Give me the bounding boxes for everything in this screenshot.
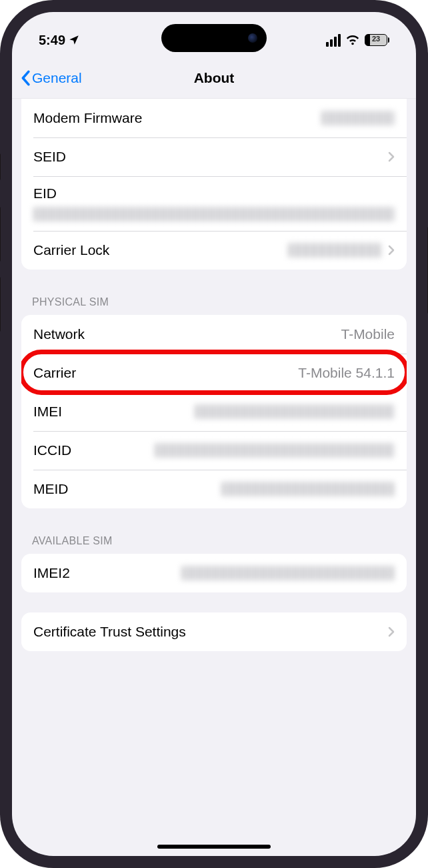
chevron-right-icon bbox=[388, 626, 395, 637]
chevron-right-icon bbox=[388, 245, 395, 256]
row-eid[interactable]: EID bbox=[21, 176, 407, 231]
back-label: General bbox=[32, 70, 82, 86]
redacted-value bbox=[181, 566, 395, 580]
row-meid[interactable]: MEID bbox=[21, 470, 407, 508]
cellular-signal-icon bbox=[326, 34, 341, 47]
row-seid[interactable]: SEID bbox=[21, 137, 407, 176]
row-label: Modem Firmware bbox=[33, 110, 142, 126]
dynamic-island bbox=[161, 24, 267, 52]
row-label: Certificate Trust Settings bbox=[33, 624, 186, 640]
row-network[interactable]: Network T-Mobile bbox=[21, 315, 407, 354]
row-value: T-Mobile bbox=[341, 326, 395, 342]
row-iccid[interactable]: ICCID bbox=[21, 431, 407, 470]
section-header-available-sim: AVAILABLE SIM bbox=[12, 528, 416, 554]
row-label: IMEI bbox=[33, 404, 62, 420]
redacted-value bbox=[321, 111, 395, 125]
wifi-icon bbox=[345, 34, 360, 46]
row-label: ICCID bbox=[33, 442, 71, 458]
section-certificates: Certificate Trust Settings bbox=[21, 612, 407, 651]
page-title: About bbox=[194, 70, 235, 86]
row-value: T-Mobile 54.1.1 bbox=[298, 365, 395, 381]
redacted-value bbox=[33, 207, 395, 222]
row-label: Carrier Lock bbox=[33, 242, 109, 258]
section-header-physical-sim: PHYSICAL SIM bbox=[12, 290, 416, 315]
chevron-right-icon bbox=[388, 151, 395, 162]
phone-frame: 5:49 23 General About bbox=[0, 0, 428, 868]
row-label: MEID bbox=[33, 481, 69, 497]
screen: 5:49 23 General About bbox=[12, 12, 416, 856]
row-label: IMEI2 bbox=[33, 565, 70, 581]
back-button[interactable]: General bbox=[20, 70, 82, 86]
row-carrier[interactable]: Carrier T-Mobile 54.1.1 bbox=[21, 354, 407, 392]
redacted-value bbox=[221, 482, 395, 496]
row-label: Carrier bbox=[33, 365, 76, 381]
row-modem-firmware[interactable]: Modem Firmware bbox=[21, 99, 407, 137]
status-time: 5:49 bbox=[39, 33, 65, 48]
settings-list[interactable]: Modem Firmware SEID EID Carrier Lock bbox=[12, 99, 416, 691]
navigation-bar: General About bbox=[12, 57, 416, 99]
row-label: SEID bbox=[33, 149, 66, 165]
battery-icon: 23 bbox=[365, 34, 389, 46]
row-certificate-trust[interactable]: Certificate Trust Settings bbox=[21, 612, 407, 651]
redacted-value bbox=[195, 404, 395, 419]
section-physical-sim: Network T-Mobile Carrier T-Mobile 54.1.1… bbox=[21, 315, 407, 508]
chevron-left-icon bbox=[20, 70, 31, 86]
row-imei2[interactable]: IMEI2 bbox=[21, 554, 407, 592]
row-label: Network bbox=[33, 326, 85, 342]
section-device-info: Modem Firmware SEID EID Carrier Lock bbox=[21, 99, 407, 270]
row-label: EID bbox=[33, 185, 395, 201]
home-indicator[interactable] bbox=[157, 845, 271, 849]
location-icon bbox=[68, 34, 80, 46]
row-imei[interactable]: IMEI bbox=[21, 392, 407, 431]
redacted-value bbox=[155, 443, 395, 458]
redacted-value bbox=[288, 243, 381, 258]
section-available-sim: IMEI2 bbox=[21, 554, 407, 592]
row-carrier-lock[interactable]: Carrier Lock bbox=[21, 231, 407, 270]
